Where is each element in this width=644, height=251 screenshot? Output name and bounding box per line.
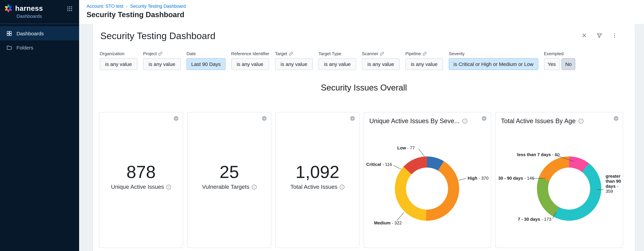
donut-label-critical: Critical - 116 bbox=[366, 162, 392, 167]
filter-label: Severity bbox=[449, 51, 464, 56]
breadcrumb-page-link[interactable]: Security Testing Dashboard bbox=[130, 4, 186, 9]
tile-row: 878 Unique Active Issues i 25 Vulnerable… bbox=[93, 112, 635, 248]
sidebar-item-dashboards[interactable]: Dashboards bbox=[0, 26, 79, 40]
filter-severity-value[interactable]: is Critical or High or Medium or Low bbox=[449, 58, 538, 70]
donut-label-high: High - 370 bbox=[468, 176, 488, 181]
info-icon[interactable]: i bbox=[579, 119, 584, 123]
kebab-menu-icon[interactable] bbox=[612, 33, 618, 38]
donut-label-low: Low - 77 bbox=[397, 145, 415, 150]
filter-scanner: Scanner is any value bbox=[362, 51, 400, 70]
harness-logo-icon bbox=[4, 4, 13, 13]
filter-scanner-value[interactable]: is any value bbox=[362, 58, 400, 70]
breadcrumb-separator-icon: › bbox=[126, 4, 128, 9]
close-icon[interactable] bbox=[582, 33, 587, 38]
filter-date: Date Last 90 Days bbox=[186, 51, 226, 70]
filter-pipeline: Pipeline is any value bbox=[405, 51, 443, 70]
stat-value: 25 bbox=[188, 163, 271, 181]
donut-chart-age[interactable] bbox=[537, 156, 601, 221]
donut-label-greater-than-90-days: greater than 90 days - 359 bbox=[606, 174, 623, 194]
filter-label: Pipeline bbox=[405, 51, 421, 56]
link-icon bbox=[289, 51, 293, 56]
info-icon[interactable]: i bbox=[340, 185, 344, 189]
filter-reference-identifier: Reference Identifier is any value bbox=[231, 51, 269, 70]
link-icon bbox=[158, 51, 163, 56]
filter-organization-value[interactable]: is any value bbox=[100, 58, 137, 70]
donut-label-less-than-7-days: less than 7 days - 80 bbox=[517, 152, 560, 157]
filter-organization: Organization is any value bbox=[100, 51, 137, 70]
filter-pipeline-value[interactable]: is any value bbox=[405, 58, 443, 70]
globe-icon[interactable] bbox=[613, 116, 619, 121]
filter-icon[interactable] bbox=[596, 33, 602, 38]
dashboard-actions bbox=[582, 33, 618, 38]
donut-hole bbox=[406, 168, 448, 210]
donut-label-7-30-days: 7 - 30 days - 173 bbox=[518, 217, 552, 222]
tile-unique-active-issues: 878 Unique Active Issues i bbox=[99, 112, 183, 248]
breadcrumb: Account: STO test › Security Testing Das… bbox=[86, 4, 644, 9]
info-icon[interactable]: i bbox=[166, 185, 171, 189]
sidebar-item-folders[interactable]: Folders bbox=[0, 40, 79, 54]
globe-icon[interactable] bbox=[262, 116, 267, 121]
filter-severity: Severity is Critical or High or Medium o… bbox=[449, 51, 538, 70]
app-window: harness Dashboards Dashboards bbox=[0, 0, 644, 251]
sidebar: harness Dashboards Dashboards bbox=[0, 0, 79, 251]
link-icon bbox=[423, 51, 427, 56]
info-icon[interactable]: i bbox=[463, 119, 468, 123]
stat-label: Vulnerable Targets bbox=[202, 184, 250, 191]
section-heading: Security Issues Overall bbox=[93, 83, 635, 92]
exempted-no-button[interactable]: No bbox=[562, 58, 575, 70]
tile-issues-by-severity: Unique Active Issues By Seve... i Low - … bbox=[364, 112, 491, 248]
chart-title: Total Active Issues By Age bbox=[501, 117, 576, 125]
filter-bar: Organization is any value Project is any… bbox=[93, 41, 635, 70]
filter-label: Organization bbox=[100, 51, 124, 56]
filter-exempted: Exempted Yes No bbox=[544, 51, 575, 70]
chart-title: Unique Active Issues By Seve... bbox=[369, 117, 460, 125]
filter-label: Date bbox=[186, 51, 196, 56]
filter-label: Target bbox=[275, 51, 287, 56]
app-grid-icon[interactable] bbox=[67, 6, 72, 13]
donut-label-medium: Medium - 322 bbox=[374, 220, 402, 226]
stat-value: 878 bbox=[99, 163, 183, 181]
page-title: Security Testing Dashboard bbox=[86, 10, 644, 19]
module-label: Dashboards bbox=[16, 13, 75, 19]
filter-label: Exempted bbox=[544, 51, 564, 56]
breadcrumb-account-link[interactable]: Account: STO test bbox=[86, 4, 124, 9]
dashboard-title: Security Testing Dashboard bbox=[93, 24, 635, 41]
dashboard-panel: Security Testing Dashboard Organization … bbox=[93, 24, 635, 251]
donut-hole bbox=[548, 168, 590, 210]
stat-label: Total Active Issues bbox=[290, 184, 338, 191]
tile-vulnerable-targets: 25 Vulnerable Targets i bbox=[187, 112, 271, 248]
tile-issues-by-age: Total Active Issues By Age i less than 7… bbox=[495, 112, 623, 248]
brand-wordmark: harness bbox=[15, 4, 43, 12]
tile-total-active-issues: 1,092 Total Active Issues i bbox=[275, 112, 360, 248]
stat-label: Unique Active Issues bbox=[111, 184, 164, 191]
sidebar-item-label: Dashboards bbox=[16, 30, 44, 36]
filter-target-type: Target Type is any value bbox=[318, 51, 356, 70]
folder-icon bbox=[6, 45, 12, 50]
filter-label: Project bbox=[143, 51, 157, 56]
link-icon bbox=[380, 51, 384, 56]
filter-target-type-value[interactable]: is any value bbox=[318, 58, 356, 70]
filter-date-value[interactable]: Last 90 Days bbox=[186, 58, 226, 70]
sidebar-header: harness Dashboards bbox=[0, 0, 79, 24]
filter-target: Target is any value bbox=[275, 51, 313, 70]
globe-icon[interactable] bbox=[350, 116, 355, 121]
dashboards-icon bbox=[6, 30, 12, 36]
page-header: Account: STO test › Security Testing Das… bbox=[79, 0, 644, 24]
sidebar-item-label: Folders bbox=[16, 45, 33, 50]
sidebar-nav: Dashboards Folders bbox=[0, 24, 79, 54]
filter-project: Project is any value bbox=[143, 51, 181, 70]
filter-target-value[interactable]: is any value bbox=[275, 58, 313, 70]
donut-label-30-90-days: 30 - 90 days - 146 bbox=[498, 176, 534, 181]
filter-label: Target Type bbox=[318, 51, 341, 56]
info-icon[interactable]: i bbox=[252, 185, 256, 189]
filter-project-value[interactable]: is any value bbox=[143, 58, 181, 70]
stat-value: 1,092 bbox=[276, 163, 359, 181]
donut-chart-severity[interactable] bbox=[395, 156, 459, 221]
filter-reference-identifier-value[interactable]: is any value bbox=[231, 58, 269, 70]
globe-icon[interactable] bbox=[173, 116, 179, 121]
filter-label: Reference Identifier bbox=[231, 51, 269, 56]
exempted-yes-button[interactable]: Yes bbox=[544, 58, 560, 70]
globe-icon[interactable] bbox=[482, 116, 487, 121]
filter-label: Scanner bbox=[362, 51, 378, 56]
